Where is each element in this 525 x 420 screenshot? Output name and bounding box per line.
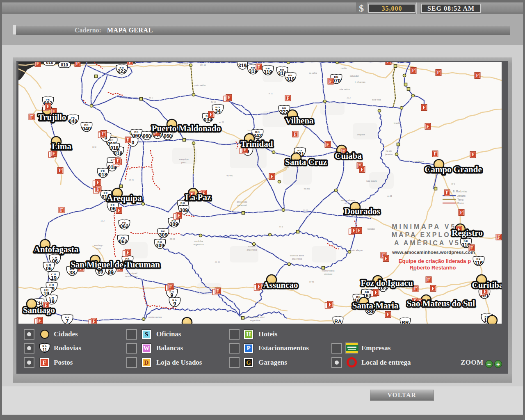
svg-text:40 440: 40 440 bbox=[226, 174, 233, 177]
svg-text:06: 06 bbox=[46, 266, 52, 272]
svg-text:sao paulo: sao paulo bbox=[366, 180, 377, 182]
svg-text:Assuncao: Assuncao bbox=[263, 280, 298, 290]
svg-text:F: F bbox=[437, 70, 440, 75]
svg-text:F: F bbox=[329, 79, 332, 84]
svg-text:309: 309 bbox=[170, 221, 178, 227]
svg-text:manaus: manaus bbox=[179, 62, 188, 65]
svg-text:F: F bbox=[357, 228, 360, 233]
svg-text:F: F bbox=[352, 228, 355, 233]
svg-text:F: F bbox=[414, 286, 417, 291]
svg-text:116: 116 bbox=[475, 260, 483, 266]
svg-text:010: 010 bbox=[46, 62, 53, 65]
svg-text:paraguai: paraguai bbox=[237, 204, 247, 206]
svg-text:assuncao: assuncao bbox=[237, 201, 247, 203]
svg-text:Santiago: Santiago bbox=[23, 305, 55, 315]
svg-text:pa valha: pa valha bbox=[309, 72, 317, 74]
svg-text:19: 19 bbox=[49, 299, 55, 304]
svg-text:F: F bbox=[497, 235, 500, 240]
svg-text:bela vista: bela vista bbox=[372, 98, 381, 101]
svg-text:F: F bbox=[117, 208, 120, 213]
svg-text:Curitiba: Curitiba bbox=[472, 280, 502, 290]
svg-text:porto alegre: porto alegre bbox=[349, 249, 363, 251]
svg-text:rr 11: rr 11 bbox=[269, 92, 273, 95]
svg-text:Santa Cruz: Santa Cruz bbox=[285, 157, 327, 167]
svg-text:Arequipa: Arequipa bbox=[107, 193, 142, 203]
svg-text:F: F bbox=[384, 256, 387, 261]
svg-text:F: F bbox=[60, 208, 63, 212]
svg-text:319: 319 bbox=[264, 69, 272, 75]
svg-text:319: 319 bbox=[238, 63, 247, 68]
svg-text:Terra: Terra bbox=[457, 198, 463, 201]
svg-text:santiago: santiago bbox=[94, 244, 103, 247]
svg-text:A AMÉRICA V5.0: A AMÉRICA V5.0 bbox=[394, 239, 469, 247]
svg-text:F: F bbox=[128, 62, 131, 64]
svg-text:buenos aires: buenos aires bbox=[290, 254, 304, 257]
svg-text:de tucuman: de tucuman bbox=[125, 275, 137, 278]
svg-text:vila velha: vila velha bbox=[339, 88, 350, 91]
svg-text:ac 2: ac 2 bbox=[149, 96, 153, 99]
svg-text:peru: peru bbox=[181, 161, 186, 164]
svg-text:rosario: rosario bbox=[248, 245, 256, 248]
svg-text:06: 06 bbox=[110, 206, 116, 212]
svg-text:040: 040 bbox=[69, 119, 78, 124]
svg-text:F: F bbox=[96, 180, 99, 185]
svg-text:9: 9 bbox=[173, 301, 176, 307]
svg-text:arequipa: arequipa bbox=[179, 158, 189, 160]
svg-text:San Miguel de Tucuman: San Miguel de Tucuman bbox=[71, 260, 160, 269]
svg-text:Sao Mateus do Sul: Sao Mateus do Sul bbox=[407, 299, 475, 308]
svg-text:F: F bbox=[286, 96, 289, 100]
svg-text:F: F bbox=[76, 62, 79, 66]
svg-text:34: 34 bbox=[215, 108, 221, 114]
svg-text:319: 319 bbox=[286, 76, 295, 82]
svg-text:chile: chile bbox=[96, 247, 101, 250]
svg-text:Lima: Lima bbox=[52, 142, 71, 151]
svg-text:F: F bbox=[126, 250, 129, 255]
svg-text:cordoba: cordoba bbox=[194, 240, 203, 242]
svg-text:B. Rodovias: B. Rodovias bbox=[453, 190, 468, 193]
svg-text:89: 89 bbox=[108, 269, 114, 275]
svg-text:F: F bbox=[59, 168, 62, 173]
svg-text:F: F bbox=[460, 210, 463, 215]
svg-text:F: F bbox=[374, 290, 377, 295]
svg-text:062: 062 bbox=[119, 239, 128, 244]
svg-text:33 03: 33 03 bbox=[170, 238, 175, 240]
svg-text:018: 018 bbox=[110, 145, 119, 151]
svg-text:F: F bbox=[431, 286, 434, 291]
svg-text:F: F bbox=[470, 245, 473, 250]
svg-text:Puerto Maldonado: Puerto Maldonado bbox=[152, 123, 221, 133]
svg-text:do sul: do sul bbox=[345, 202, 351, 205]
svg-text:F: F bbox=[387, 62, 390, 64]
svg-text:F: F bbox=[426, 124, 429, 129]
svg-text:Registro: Registro bbox=[452, 228, 482, 238]
svg-text:ponte aerea: ponte aerea bbox=[148, 316, 162, 318]
svg-text:F: F bbox=[116, 158, 119, 163]
svg-text:La Paz: La Paz bbox=[185, 192, 211, 202]
svg-text:38: 38 bbox=[69, 270, 75, 276]
svg-text:Trujillo: Trujillo bbox=[38, 112, 66, 122]
svg-text:040: 040 bbox=[82, 126, 91, 132]
svg-text:puerto santa cruz: puerto santa cruz bbox=[246, 316, 265, 318]
svg-text:309: 309 bbox=[156, 243, 164, 249]
svg-text:pr 9: pr 9 bbox=[452, 183, 455, 185]
svg-text:034: 034 bbox=[204, 117, 212, 123]
svg-text:F: F bbox=[412, 68, 415, 73]
svg-text:Dourados: Dourados bbox=[344, 206, 380, 216]
svg-text:17 71: 17 71 bbox=[309, 281, 315, 283]
svg-text:Vilhena: Vilhena bbox=[285, 116, 314, 126]
svg-text:060: 060 bbox=[143, 133, 151, 139]
svg-text:Cuiaba: Cuiaba bbox=[335, 151, 362, 161]
svg-text:RA: RA bbox=[334, 319, 342, 324]
svg-text:F: F bbox=[361, 167, 363, 172]
svg-text:am 10: am 10 bbox=[200, 64, 206, 66]
svg-text:janeiro: janeiro bbox=[385, 153, 393, 155]
svg-text:F: F bbox=[92, 319, 95, 324]
svg-text:F: F bbox=[126, 137, 129, 142]
svg-text:F: F bbox=[216, 288, 219, 293]
svg-text:montevideo: montevideo bbox=[322, 269, 335, 272]
svg-text:F: F bbox=[210, 112, 212, 117]
svg-text:F: F bbox=[471, 152, 474, 157]
svg-text:Campo Grande: Campo Grande bbox=[425, 164, 482, 174]
svg-text:rio de: rio de bbox=[386, 150, 392, 152]
svg-text:san miguel: san miguel bbox=[125, 272, 137, 274]
svg-text:l. charcas: l. charcas bbox=[355, 81, 365, 83]
